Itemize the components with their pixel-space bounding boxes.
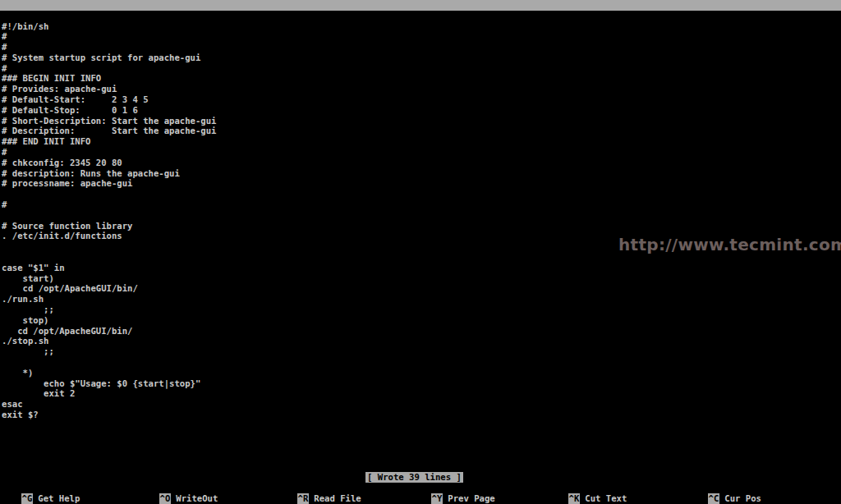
shortcut-exit[interactable]: ^XExit (0, 493, 59, 504)
shortcut-read-file[interactable]: ^RRead File (276, 483, 361, 493)
editor-text-area[interactable]: #!/bin/sh # # # System startup script fo… (2, 21, 217, 420)
shortcut-get-help[interactable]: ^GGet Help (0, 483, 80, 493)
status-message: [ Wrote 39 lines ] (365, 472, 463, 483)
shortcut-to-spell[interactable]: ^TTo Spell (687, 493, 766, 504)
shortcut-justify[interactable]: ^JJustify (138, 493, 213, 504)
nano-title-bar: GNU nano 2.3.1 File: /etc/init.d/apache-… (0, 0, 841, 11)
shortcut-cut-text[interactable]: ^KCut Text (547, 483, 627, 493)
nano-version-label: GNU nano 2.3.1 (7, 11, 80, 21)
shortcut-prev-page[interactable]: ^YPrev Page (410, 483, 495, 493)
watermark-text: http://www.tecmint.com (618, 240, 841, 250)
shortcut-where-is[interactable]: ^WWhere Is (276, 493, 356, 504)
terminal-screen: GNU nano 2.3.1 File: /etc/init.d/apache-… (0, 0, 841, 504)
shortcut-uncut-text[interactable]: ^UUnCut Text (547, 493, 637, 504)
open-file-label: File: /etc/init.d/apache-gui (279, 21, 426, 32)
shortcut-cur-pos[interactable]: ^CCur Pos (687, 483, 761, 493)
shortcut-writeout[interactable]: ^OWriteOut (138, 483, 218, 493)
shortcut-next-page[interactable]: ^VNext Page (410, 493, 495, 504)
